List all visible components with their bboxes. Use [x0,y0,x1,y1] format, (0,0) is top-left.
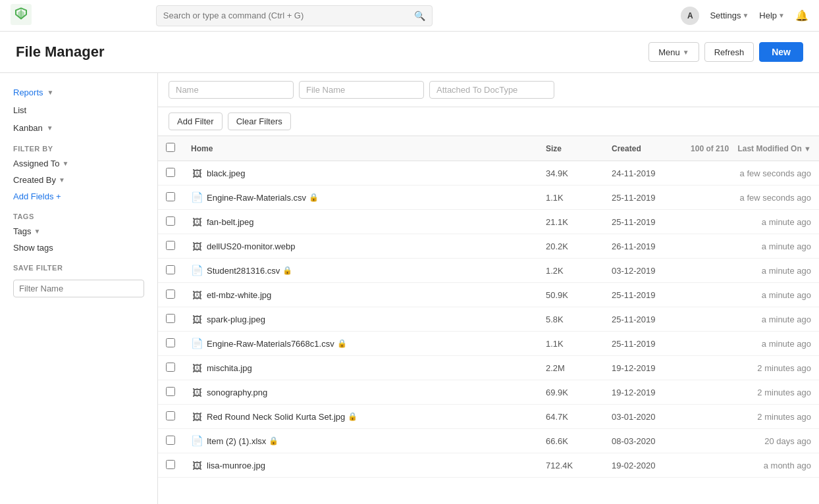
sidebar: Reports ▼ List Kanban ▼ FILTER BY Assign… [0,73,158,504]
file-name-text: sonography.png [207,388,267,397]
lock-icon: 🔒 [282,266,292,275]
table-header-row: Home Size Created 100 of 210 Last Modifi… [158,136,819,161]
row-checkbox[interactable] [166,290,175,299]
sidebar-item-kanban[interactable]: Kanban ▼ [0,119,157,137]
file-type-icon: 🖼 [191,411,203,422]
file-name-text: Engine-Raw-Materials.csv [207,193,306,203]
name-column-header: Home [183,136,538,161]
sort-label[interactable]: Last Modified On [737,144,801,153]
settings-chevron-icon: ▼ [742,12,749,19]
row-checkbox-cell [158,234,183,259]
row-checkbox[interactable] [166,168,175,177]
search-icon: 🔍 [414,11,425,21]
file-name-text: Student281316.csv [207,266,280,276]
sidebar-item-list[interactable]: List [0,101,157,119]
table-row: 🖼 etl-mbz-white.jpg 50.9K 25-11-2019 a m… [158,283,819,307]
file-name-text: mischita.jpg [207,363,252,373]
select-all-checkbox[interactable] [166,143,175,152]
file-size-cell: 69.9K [538,380,604,405]
file-name-cell[interactable]: 🖼 fan-belt.jpeg [183,210,538,234]
file-type-icon: 📄 [191,435,203,447]
file-name-cell[interactable]: 🖼 lisa-munroe.jpg [183,453,538,478]
logo [11,4,32,27]
row-checkbox-cell [158,429,183,453]
row-checkbox[interactable] [166,460,175,469]
file-table-body: 🖼 black.jpeg 34.9K 24-11-2019 a few seco… [158,161,819,478]
name-filter-input[interactable] [169,81,294,99]
row-checkbox[interactable] [166,387,175,396]
table-row: 📄 Engine-Raw-Materials7668c1.csv 🔒 1.1K … [158,332,819,356]
notification-bell-icon[interactable]: 🔔 [795,9,808,22]
row-checkbox-cell [158,453,183,478]
file-name-cell[interactable]: 🖼 spark-plug.jpeg [183,307,538,332]
file-name-filter-input[interactable] [299,81,424,99]
file-name-text: fan-belt.jpeg [207,217,254,227]
file-created-cell: 08-03-2020 [604,429,683,453]
refresh-button[interactable]: Refresh [704,42,754,62]
file-modified-cell: 2 minutes ago [683,356,819,380]
row-checkbox-cell [158,405,183,429]
row-checkbox[interactable] [166,192,175,201]
filter-name-input[interactable] [13,280,144,297]
file-created-cell: 19-12-2019 [604,356,683,380]
row-checkbox[interactable] [166,363,175,372]
file-modified-cell: a minute ago [683,210,819,234]
file-name-text: Item (2) (1).xlsx [207,436,266,446]
table-row: 🖼 spark-plug.jpeg 5.8K 25-11-2019 a minu… [158,307,819,332]
file-name-cell[interactable]: 📄 Item (2) (1).xlsx 🔒 [183,429,538,453]
add-filter-button[interactable]: Add Filter [169,113,223,130]
assigned-to-filter[interactable]: Assigned To ▼ [0,155,157,172]
help-link[interactable]: Help ▼ [759,11,785,20]
file-modified-cell: a month ago [683,453,819,478]
file-type-icon: 📄 [191,191,203,203]
clear-filters-button[interactable]: Clear Filters [228,113,291,130]
file-name-cell[interactable]: 🖼 sonography.png [183,380,538,405]
file-name-cell[interactable]: 🖼 etl-mbz-white.jpg [183,283,538,307]
file-modified-cell: 20 days ago [683,429,819,453]
menu-chevron-icon: ▼ [683,49,689,56]
file-size-cell: 712.4K [538,453,604,478]
row-checkbox[interactable] [166,338,175,347]
row-checkbox[interactable] [166,411,175,420]
lock-icon: 🔒 [309,193,319,202]
show-tags-button[interactable]: Show tags [0,239,157,256]
row-checkbox-cell [158,210,183,234]
add-fields-button[interactable]: Add Fields + [0,188,157,205]
global-search-box[interactable]: 🔍 [156,5,433,26]
row-checkbox[interactable] [166,314,175,323]
file-name-cell[interactable]: 🖼 mischita.jpg [183,356,538,380]
file-name-cell[interactable]: 🖼 Red Round Neck Solid Kurta Set.jpg 🔒 [183,405,538,429]
table-row: 🖼 black.jpeg 34.9K 24-11-2019 a few seco… [158,161,819,186]
row-checkbox-cell [158,380,183,405]
lock-icon: 🔒 [348,412,357,421]
new-button[interactable]: New [759,42,803,62]
file-name-cell[interactable]: 📄 Student281316.csv 🔒 [183,259,538,283]
attached-to-doctype-filter-input[interactable] [429,81,554,99]
menu-button[interactable]: Menu ▼ [648,42,699,62]
file-type-icon: 🖼 [191,362,203,374]
file-name-cell[interactable]: 📄 Engine-Raw-Materials.csv 🔒 [183,186,538,210]
row-checkbox[interactable] [166,436,175,445]
created-by-filter[interactable]: Created By ▼ [0,172,157,188]
row-checkbox[interactable] [166,216,175,226]
file-name-cell[interactable]: 📄 Engine-Raw-Materials7668c1.csv 🔒 [183,332,538,356]
avatar[interactable]: A [681,7,699,25]
row-checkbox[interactable] [166,265,175,274]
row-checkbox[interactable] [166,241,175,250]
sidebar-item-reports[interactable]: Reports ▼ [0,84,157,101]
file-name-cell[interactable]: 🖼 dellUS20-monitor.webp [183,234,538,259]
row-checkbox-cell [158,259,183,283]
file-name-cell[interactable]: 🖼 black.jpeg [183,161,538,186]
file-size-cell: 21.1K [538,210,604,234]
settings-link[interactable]: Settings ▼ [710,11,749,20]
search-input[interactable] [163,11,414,20]
file-type-icon: 🖼 [191,289,203,301]
file-table: Home Size Created 100 of 210 Last Modifi… [158,136,819,478]
count-badge: 100 of 210 [691,144,729,153]
select-all-header [158,136,183,161]
row-checkbox-cell [158,186,183,210]
file-size-cell: 34.9K [538,161,604,186]
file-created-cell: 25-11-2019 [604,210,683,234]
tags-filter[interactable]: Tags ▼ [0,223,157,239]
file-modified-cell: a minute ago [683,259,819,283]
